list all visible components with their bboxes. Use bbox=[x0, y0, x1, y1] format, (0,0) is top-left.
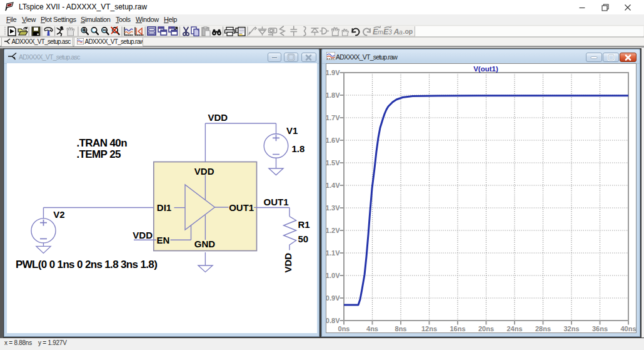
svg-text:V2: V2 bbox=[53, 209, 64, 220]
svg-text:24ns: 24ns bbox=[506, 325, 522, 332]
svg-text:EN: EN bbox=[157, 235, 170, 245]
svg-text:1.7V: 1.7V bbox=[326, 114, 340, 121]
svg-text:4ns: 4ns bbox=[366, 325, 378, 332]
svg-text:50: 50 bbox=[298, 234, 308, 244]
svg-text:1.4V: 1.4V bbox=[326, 182, 340, 189]
svg-text:40ns: 40ns bbox=[620, 325, 636, 332]
svg-text:8ns: 8ns bbox=[395, 325, 407, 332]
svg-text:1.5V: 1.5V bbox=[326, 159, 340, 167]
svg-text:OUT1: OUT1 bbox=[264, 197, 289, 207]
svg-text:1.6V: 1.6V bbox=[326, 136, 340, 144]
svg-text:28ns: 28ns bbox=[535, 325, 551, 332]
svg-text:0ns: 0ns bbox=[338, 325, 350, 332]
svg-text:VDD: VDD bbox=[194, 166, 214, 177]
svg-text:0.8V: 0.8V bbox=[326, 317, 340, 324]
svg-text:.TRAN 40n: .TRAN 40n bbox=[76, 137, 127, 149]
svg-text:PWL(0 0 1ns 0 2ns 1.8 3ns 1.8): PWL(0 0 1ns 0 2ns 1.8 3ns 1.8) bbox=[16, 259, 157, 270]
svg-text:VDD: VDD bbox=[208, 112, 228, 123]
svg-text:DI1: DI1 bbox=[157, 202, 171, 213]
svg-text:32ns: 32ns bbox=[563, 325, 579, 332]
svg-text:3: 3 bbox=[388, 28, 392, 36]
svg-text:.TEMP 25: .TEMP 25 bbox=[76, 148, 121, 160]
svg-text:OUT1: OUT1 bbox=[229, 202, 254, 213]
svg-text:1.0V: 1.0V bbox=[326, 272, 340, 279]
svg-text:16ns: 16ns bbox=[450, 325, 465, 332]
svg-text:1.8: 1.8 bbox=[292, 143, 305, 154]
svg-text:V(out1): V(out1) bbox=[473, 65, 498, 73]
svg-text:VDD: VDD bbox=[283, 253, 293, 273]
svg-text:a: a bbox=[399, 28, 403, 36]
svg-text:1.8V: 1.8V bbox=[326, 91, 340, 99]
svg-text:R1: R1 bbox=[298, 219, 309, 230]
svg-text:36ns: 36ns bbox=[592, 325, 608, 332]
svg-text:1.2V: 1.2V bbox=[326, 227, 340, 234]
svg-text:m: m bbox=[378, 28, 383, 36]
svg-text:1.3V: 1.3V bbox=[326, 204, 340, 212]
svg-text:VDD: VDD bbox=[133, 230, 153, 240]
svg-text:0.9V: 0.9V bbox=[326, 294, 340, 302]
svg-text:12ns: 12ns bbox=[421, 325, 437, 332]
svg-text:20ns: 20ns bbox=[478, 325, 494, 332]
svg-text:1.1V: 1.1V bbox=[326, 249, 340, 257]
svg-text:GND: GND bbox=[194, 239, 216, 249]
svg-text:.op: .op bbox=[403, 28, 413, 35]
svg-text:1.9V: 1.9V bbox=[326, 69, 340, 76]
svg-text:V1: V1 bbox=[286, 125, 298, 136]
